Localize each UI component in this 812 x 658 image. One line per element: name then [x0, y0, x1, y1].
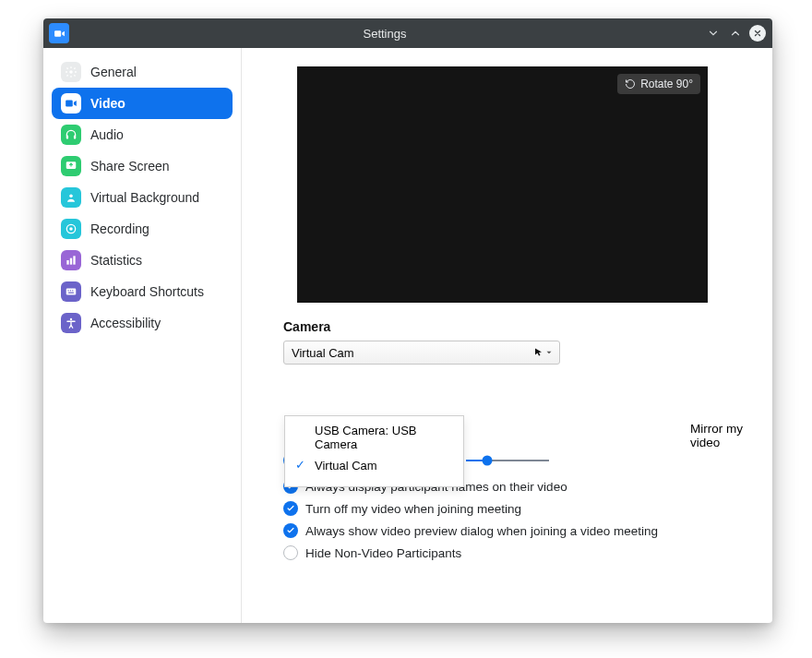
gear-icon	[61, 62, 81, 82]
sidebar-item-label: Audio	[90, 127, 124, 142]
svg-rect-15	[72, 290, 73, 291]
sidebar-item-label: Keyboard Shortcuts	[90, 284, 204, 299]
video-settings-panel: Rotate 90° Camera Virtual Cam USB Camera…	[242, 48, 772, 623]
svg-rect-2	[66, 101, 73, 107]
svg-point-17	[70, 318, 72, 320]
statistics-icon	[61, 250, 81, 270]
svg-rect-16	[68, 293, 74, 293]
sidebar-item-accessibility[interactable]: Accessibility	[52, 307, 233, 339]
sidebar-item-label: Virtual Background	[90, 190, 199, 205]
camera-section-label: Camera	[283, 319, 722, 334]
cursor-and-chevron	[533, 347, 554, 358]
camera-select[interactable]: Virtual Cam	[283, 341, 560, 365]
video-preview: Rotate 90°	[297, 66, 708, 303]
cursor-icon	[533, 347, 544, 358]
share-screen-icon	[61, 156, 81, 176]
turnoff-video-row[interactable]: Turn off my video when joining meeting	[283, 501, 722, 516]
camera-option-label: Virtual Cam	[315, 459, 377, 473]
recording-icon	[61, 219, 81, 239]
svg-rect-3	[66, 136, 68, 139]
titlebar: Settings	[43, 18, 772, 48]
svg-rect-13	[68, 290, 69, 291]
settings-sidebar: General Video Audio Share Screen	[43, 48, 242, 623]
sidebar-item-keyboard-shortcuts[interactable]: Keyboard Shortcuts	[52, 276, 233, 307]
maximize-button[interactable]	[726, 24, 745, 42]
rotate-button[interactable]: Rotate 90°	[617, 74, 700, 94]
preview-dialog-row[interactable]: Always show video preview dialog when jo…	[283, 523, 722, 538]
mirror-video-row[interactable]: Mirror my video	[690, 422, 772, 449]
app-icon	[49, 23, 69, 43]
svg-rect-14	[70, 290, 71, 291]
svg-rect-10	[70, 258, 72, 265]
svg-rect-9	[66, 260, 68, 265]
sidebar-item-statistics[interactable]: Statistics	[52, 245, 233, 276]
sidebar-item-general[interactable]: General	[52, 56, 233, 88]
sidebar-item-audio[interactable]: Audio	[52, 119, 233, 150]
svg-point-8	[69, 227, 73, 231]
rotate-icon	[625, 78, 636, 90]
camera-option-label: USB Camera: USB Camera	[315, 424, 450, 451]
check-icon: ✓	[295, 458, 305, 472]
video-icon	[61, 93, 81, 114]
sidebar-item-label: General	[90, 65, 137, 79]
camera-dropdown: USB Camera: USB Camera ✓ Virtual Cam	[284, 415, 464, 487]
turnoff-video-label: Turn off my video when joining meeting	[305, 502, 521, 516]
keyboard-icon	[61, 281, 81, 302]
camera-option-virtual[interactable]: ✓ Virtual Cam	[285, 451, 463, 479]
svg-rect-4	[74, 136, 76, 139]
settings-window: Settings General Vide	[43, 18, 772, 623]
sidebar-item-label: Statistics	[90, 253, 142, 268]
sidebar-item-label: Video	[90, 96, 125, 111]
checkbox-checked-icon	[283, 501, 298, 516]
sidebar-item-share-screen[interactable]: Share Screen	[52, 150, 233, 182]
touch-up-slider[interactable]	[466, 453, 549, 468]
close-icon	[749, 25, 766, 42]
checkbox-checked-icon	[283, 523, 298, 538]
sidebar-item-video[interactable]: Video	[52, 88, 233, 119]
svg-point-1	[69, 70, 73, 74]
svg-point-6	[69, 195, 73, 198]
headphones-icon	[61, 125, 81, 145]
virtual-background-icon	[61, 187, 81, 208]
sidebar-item-label: Share Screen	[90, 159, 170, 173]
chevron-down-icon	[544, 348, 554, 357]
content-area: General Video Audio Share Screen	[43, 48, 772, 623]
sidebar-item-label: Recording	[90, 221, 149, 236]
camera-option-usb[interactable]: USB Camera: USB Camera	[285, 424, 463, 451]
minimize-button[interactable]	[704, 24, 722, 42]
window-title: Settings	[69, 27, 700, 41]
hide-nonvideo-label: Hide Non-Video Participants	[305, 546, 461, 560]
svg-rect-11	[73, 256, 75, 264]
mirror-video-label: Mirror my video	[690, 422, 772, 449]
rotate-label: Rotate 90°	[640, 78, 693, 90]
preview-dialog-label: Always show video preview dialog when jo…	[305, 524, 658, 538]
svg-rect-0	[54, 30, 61, 37]
sidebar-item-label: Accessibility	[90, 316, 161, 330]
camera-select-value: Virtual Cam	[292, 346, 354, 360]
hide-nonvideo-row[interactable]: Hide Non-Video Participants	[283, 545, 722, 560]
accessibility-icon	[61, 313, 81, 333]
checkbox-unchecked-icon	[283, 545, 298, 560]
close-button[interactable]	[748, 24, 767, 42]
svg-rect-12	[66, 289, 77, 295]
sidebar-item-recording[interactable]: Recording	[52, 213, 233, 245]
sidebar-item-virtual-background[interactable]: Virtual Background	[52, 182, 233, 213]
